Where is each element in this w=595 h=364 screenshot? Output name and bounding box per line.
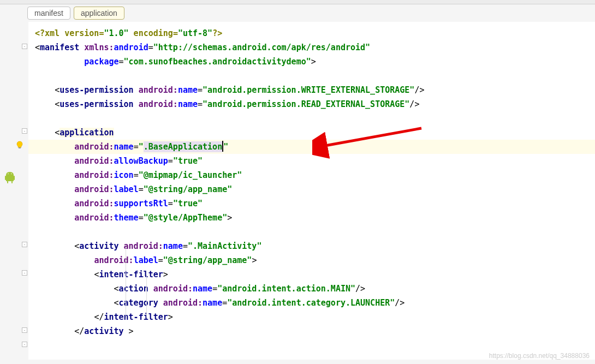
svg-point-1 — [8, 174, 9, 175]
svg-rect-0 — [19, 147, 21, 148]
code-line[interactable]: <uses-permission android:name="android.p… — [28, 83, 595, 97]
code-line[interactable]: android:label="@string/app_name"> — [28, 253, 595, 267]
code-line[interactable]: <category android:name="android.intent.c… — [28, 296, 595, 310]
code-line-highlighted[interactable]: android:name=".BaseApplication" — [28, 140, 595, 154]
code-line[interactable]: <application — [28, 126, 595, 140]
code-line[interactable] — [28, 225, 595, 239]
code-line[interactable]: package="com.sunofbeaches.androidactivit… — [28, 55, 595, 69]
code-line[interactable]: <manifest xmlns:android="http://schemas.… — [28, 40, 595, 55]
code-editor[interactable]: <?xml version="1.0" encoding="utf-8"?> <… — [28, 22, 595, 360]
code-line[interactable]: </intent-filter> — [28, 310, 595, 324]
code-line[interactable]: android:icon="@mipmap/ic_launcher" — [28, 168, 595, 182]
structure-guide — [126, 247, 126, 318]
editor-area: - - - - - - <?xml version="1.0" encoding… — [0, 22, 595, 360]
android-icon — [3, 171, 16, 184]
code-line[interactable] — [28, 69, 595, 83]
code-line[interactable]: android:label="@string/app_name" — [28, 182, 595, 196]
code-line[interactable]: android:theme="@style/AppTheme"> — [28, 211, 595, 225]
top-toolbar — [0, 0, 595, 4]
code-line[interactable]: android:allowBackup="true" — [28, 154, 595, 168]
breadcrumb-bar: manifest application — [0, 4, 595, 22]
svg-point-2 — [11, 174, 12, 175]
fold-marker[interactable]: - — [22, 128, 27, 134]
fold-marker[interactable]: - — [22, 242, 27, 247]
watermark-text: https://blog.csdn.net/qq_34888036 — [489, 352, 590, 360]
code-line[interactable] — [28, 111, 595, 126]
fold-marker[interactable]: - — [22, 327, 27, 333]
code-line[interactable]: android:supportsRtl="true" — [28, 196, 595, 211]
code-line[interactable]: <intent-filter> — [28, 267, 595, 282]
lightbulb-icon[interactable] — [15, 141, 24, 150]
code-line[interactable]: <action android:name="android.intent.act… — [28, 282, 595, 296]
breadcrumb-manifest[interactable]: manifest — [27, 7, 70, 20]
fold-marker[interactable]: - — [22, 342, 27, 347]
code-line[interactable]: <?xml version="1.0" encoding="utf-8"?> — [28, 26, 595, 40]
fold-marker[interactable]: - — [22, 270, 27, 276]
code-line[interactable]: <activity android:name=".MainActivity" — [28, 239, 595, 253]
code-line[interactable]: <uses-permission android:name="android.p… — [28, 97, 595, 111]
breadcrumb-application[interactable]: application — [74, 7, 124, 20]
code-line[interactable]: </activity > — [28, 324, 595, 338]
fold-marker[interactable]: - — [22, 44, 27, 49]
structure-guide — [146, 275, 147, 318]
gutter: - - - - - - — [0, 22, 28, 360]
